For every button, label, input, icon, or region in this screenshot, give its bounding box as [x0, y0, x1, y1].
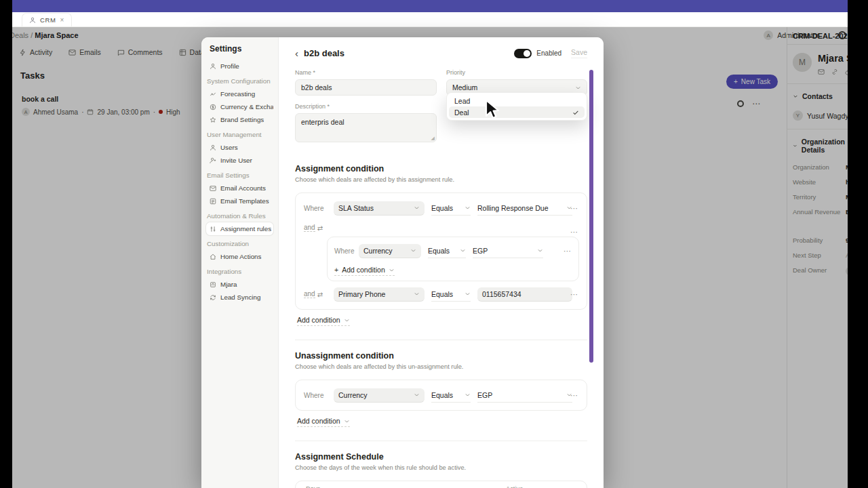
sidebar-item-email-templates[interactable]: Email Templates	[206, 195, 273, 207]
unassignment-condition-title: Unassignment condition	[295, 351, 587, 361]
field-value: SLA Status	[338, 204, 374, 212]
user-icon	[29, 17, 36, 24]
value-input[interactable]: 0115657434	[477, 287, 572, 302]
value: Rolling Response Due	[477, 204, 548, 212]
save-button[interactable]: Save	[571, 48, 587, 58]
sliders-icon	[210, 226, 216, 232]
sidebar-group-automation-rules: Automation & Rules	[206, 209, 273, 222]
add-condition-button[interactable]: Add condition	[297, 316, 350, 326]
option-deal[interactable]: Deal	[449, 106, 585, 118]
field-select[interactable]: Currency	[359, 244, 421, 258]
sidebar-group-user-management: User Management	[206, 128, 273, 141]
option-lead[interactable]: Lead	[449, 95, 585, 106]
assignment-condition-card: Where SLA Status Equals Rolling Response…	[295, 192, 587, 310]
operator-select[interactable]: Equals	[431, 201, 471, 216]
operator-select[interactable]: Equals	[431, 287, 471, 302]
settings-title: Settings	[210, 44, 273, 54]
section-divider	[295, 340, 587, 340]
field-select[interactable]: Primary Phone	[334, 287, 425, 302]
field-select[interactable]: SLA Status	[334, 201, 425, 216]
field-select[interactable]: Currency	[334, 388, 425, 403]
sidebar-item-mjara[interactable]: Mjara	[206, 278, 273, 291]
sidebar-group-system-configuration: System Configuration	[206, 75, 273, 87]
enabled-toggle[interactable]	[514, 49, 532, 58]
field-value: Currency	[338, 391, 368, 399]
condition-row: Where SLA Status Equals Rolling Response…	[304, 199, 578, 217]
operator-select[interactable]: Equals	[431, 388, 471, 403]
sidebar-item-users[interactable]: Users	[206, 141, 273, 154]
schedule-table: Days Active Monday Tuesday Wednesday	[295, 481, 587, 488]
section-divider	[295, 441, 587, 441]
sidebar-item-label: Brand Settings	[220, 116, 264, 123]
plus-icon: +	[334, 266, 338, 274]
sidebar-item-forecasting[interactable]: Forecasting	[206, 87, 273, 100]
sidebar-item-assignment-rules[interactable]: Assignment rules	[206, 222, 273, 235]
sidebar-item-email-accounts[interactable]: Email Accounts	[206, 182, 273, 195]
user-icon	[210, 144, 216, 151]
priority-dropdown: Lead Deal	[446, 92, 587, 121]
star-icon	[210, 117, 216, 123]
swap-icon: ⇄	[317, 291, 323, 298]
sidebar-group-integrations: Integrations	[206, 265, 273, 278]
tab-crm[interactable]: CRM ×	[22, 13, 72, 26]
rule-editor-header: ‹ b2b deals Enabled Save	[279, 37, 604, 58]
rule-editor: ‹ b2b deals Enabled Save Name * b2b deal…	[279, 37, 604, 488]
value-select[interactable]: EGP	[477, 388, 572, 403]
sidebar-item-invite-user[interactable]: Invite User	[206, 154, 273, 167]
assignment-schedule-subtitle: Choose the days of the week when this ru…	[295, 464, 587, 471]
window-top-accent-bar	[12, 0, 848, 12]
value-select[interactable]: EGP	[473, 244, 543, 258]
operator-value: Equals	[431, 290, 453, 298]
back-chevron-icon[interactable]: ‹	[295, 48, 298, 58]
assignment-condition-title: Assignment condition	[295, 164, 587, 174]
sidebar-item-lead-syncing[interactable]: Lead Syncing	[206, 291, 273, 304]
chevron-down-icon	[465, 205, 471, 211]
where-label: Where	[304, 205, 334, 212]
and-or-toggle[interactable]: and ⇄	[304, 290, 334, 298]
chevron-down-icon	[389, 267, 395, 273]
sidebar-item-home-actions[interactable]: Home Actions	[206, 250, 273, 263]
modal-scrollbar-thumb[interactable]	[589, 70, 593, 363]
value: EGP	[473, 247, 488, 255]
operator-value: Equals	[431, 204, 453, 212]
add-condition-label: Add condition	[297, 316, 340, 324]
priority-value: Medium	[452, 83, 477, 92]
option-label: Lead	[454, 97, 470, 105]
letterbox-left	[0, 0, 12, 488]
close-tab-icon[interactable]: ×	[60, 16, 64, 24]
option-label: Deal	[454, 108, 469, 117]
operator-value: Equals	[428, 247, 450, 255]
row-menu-icon[interactable]: ⋯	[564, 247, 572, 256]
field-value: Primary Phone	[338, 290, 385, 298]
row-menu-icon[interactable]: ⋯	[570, 391, 578, 400]
condition-row: and ⇄ Primary Phone Equals 011565743	[304, 285, 578, 303]
sidebar-item-profile[interactable]: Profile	[206, 60, 273, 73]
dollar-circle-icon	[210, 104, 216, 110]
chevron-down-icon	[414, 392, 420, 398]
sidebar-item-label: Email Templates	[220, 197, 269, 205]
and-or-toggle[interactable]: and ⇄	[304, 224, 334, 232]
chevron-down-icon	[460, 247, 466, 253]
swap-icon: ⇄	[317, 224, 323, 232]
add-condition-nested-button[interactable]: + Add condition	[334, 266, 395, 276]
sidebar-item-currency-exchange[interactable]: Currency & Exchange ...	[206, 100, 273, 113]
description-textarea[interactable]: enterpris deal ◢	[295, 113, 437, 142]
sidebar-item-brand-settings[interactable]: Brand Settings	[206, 113, 273, 126]
sidebar-item-label: Lead Syncing	[220, 293, 260, 301]
chevron-down-icon	[410, 247, 416, 253]
row-menu-icon[interactable]: ⋯	[570, 204, 578, 213]
row-menu-icon[interactable]: ⋯	[570, 290, 578, 299]
name-input[interactable]: b2b deals	[295, 79, 437, 96]
user-plus-icon	[210, 157, 216, 164]
home-icon	[210, 253, 216, 260]
resize-handle-icon[interactable]: ◢	[431, 136, 435, 141]
operator-select[interactable]: Equals	[428, 244, 466, 258]
settings-sidebar: Settings Profile System Configuration Fo…	[201, 37, 279, 488]
assignment-condition-subtitle: Choose which deals are affected by this …	[295, 176, 587, 183]
row-menu-icon[interactable]: ⋯	[570, 228, 578, 237]
value-select[interactable]: Rolling Response Due	[477, 201, 572, 216]
sync-icon	[210, 294, 216, 301]
add-condition-button[interactable]: Add condition	[297, 417, 350, 427]
tab-label: CRM	[40, 16, 56, 24]
chevron-down-icon	[344, 418, 350, 424]
